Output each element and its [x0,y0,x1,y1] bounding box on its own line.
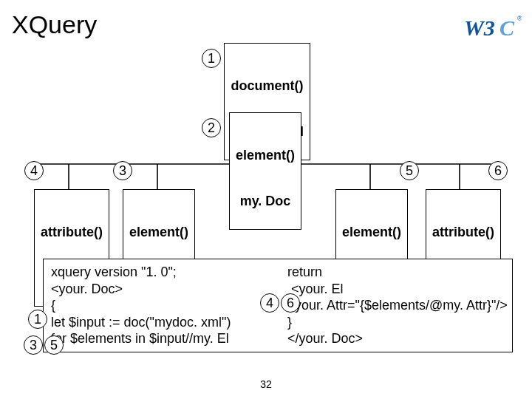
node-line: element() [342,225,401,240]
tree-num-5: 5 [400,161,419,180]
code-line: } [287,314,508,331]
page-number: 32 [0,378,532,390]
tree-num-4: 4 [24,161,44,180]
code-line: <your. Doc> [51,281,270,298]
code-annot-4: 4 [260,293,279,313]
code-line: for $elements in $input//my. El [51,330,270,347]
tree-num-6: 6 [488,161,508,180]
tree-num-2: 2 [202,118,221,137]
tree-num-1: 1 [202,49,221,68]
code-line: </your. Doc> [287,330,508,347]
tree-node-root-element: element() my. Doc [229,112,301,230]
node-line: attribute() [432,225,494,240]
code-annot-5: 5 [44,335,64,355]
node-line: element() [236,148,295,163]
code-col-left: xquery version "1. 0"; <your. Doc> { let… [51,264,270,347]
code-annot-1: 1 [28,310,47,329]
code-line: <your. El [287,281,508,298]
code-annot-6: 6 [281,293,300,313]
code-line: { [51,297,270,314]
node-line: attribute() [41,225,103,240]
node-line: document() [231,78,304,94]
code-line: return [287,264,508,281]
tree-num-3: 3 [113,161,132,180]
code-line: xquery version "1. 0"; [51,264,270,281]
code-col-right: return <your. El your. Attr="{$elements/… [287,264,508,347]
node-line: my. Doc [236,194,295,209]
code-annot-3: 3 [24,335,43,355]
code-line: let $input := doc("mydoc. xml") [51,314,270,331]
code-line: your. Attr="{$elements/@my. Attr}"/> [287,297,508,314]
node-line: element() [129,225,188,240]
